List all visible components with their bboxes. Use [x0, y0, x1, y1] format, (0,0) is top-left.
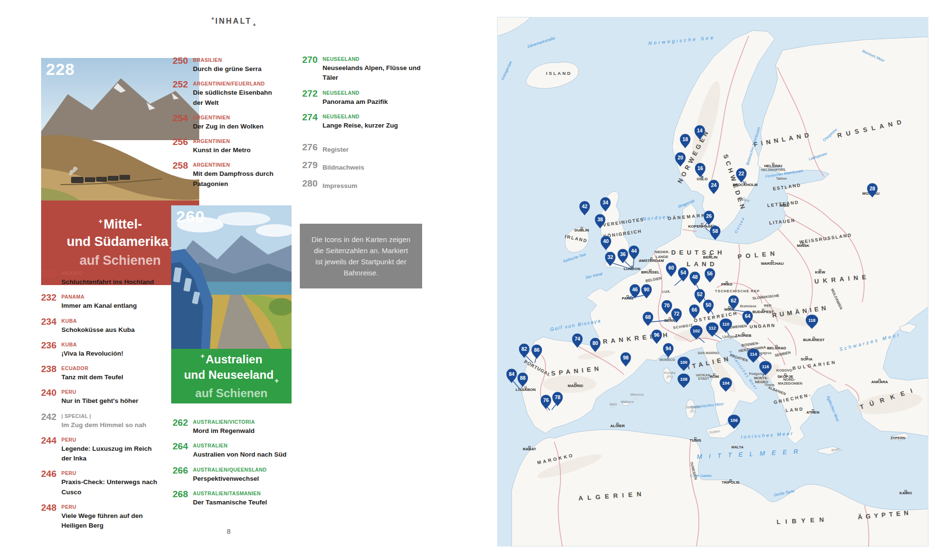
toc-entry-title: Praxis-Check: Unterwegs nachCusco [61, 477, 157, 497]
city-label: MADRID [568, 384, 583, 388]
toc-entry-number: 272 [302, 88, 323, 107]
toc-entry: 238ECUADORTanz mit dem Teufel [41, 364, 168, 382]
city-label: RIGA [779, 203, 789, 208]
map-pin-number: 68 [645, 314, 651, 320]
toc-entry-number: 248 [41, 503, 61, 531]
section-box-line: Australien [200, 353, 262, 366]
toc-entry-category: ARGENTINIEN [193, 115, 264, 120]
toc-entry-title: Der Tasmanische Teufel [193, 498, 267, 507]
toc-entry: 244PERULegende: Luxuszug im Reichder Ink… [41, 435, 168, 464]
toc-column-newzealand: 270NEUSEELANDNeuseelands Alpen, Flüsse u… [302, 55, 429, 196]
city-label: ZAGREB [735, 333, 751, 338]
toc-entry-category: ARGENTINIEN [193, 138, 250, 144]
toc-entry: 276Register [302, 142, 429, 155]
island-label: MALTA [731, 445, 744, 449]
toc-entry-category: PANAMA [61, 294, 137, 300]
toc-entry-number: 252 [173, 79, 193, 108]
toc-entry: 232PANAMAImmer am Kanal entlang [41, 292, 168, 311]
toc-entry-category: ARGENTINIEN/FEUERLAND [193, 81, 272, 86]
city-label: HELSINGFORS [761, 168, 786, 172]
toc-entry-number: 234 [41, 316, 61, 335]
map-pin-number: 52 [697, 291, 703, 297]
map-legend-box: Die Icons in den Karten zeigen die Seite… [300, 224, 422, 288]
toc-entry-number: 270 [302, 55, 323, 83]
island-label: (Fr.) [667, 375, 673, 379]
toc-entry-title: Register [323, 144, 349, 155]
section-box-line: Mittel- [98, 217, 142, 231]
toc-entry-body: Register [323, 142, 349, 155]
city-label: KAIRO [899, 491, 912, 495]
toc-entry-number: 242 [41, 412, 61, 430]
map-pin-number: 36 [620, 251, 626, 257]
toc-entry-number: 266 [173, 465, 193, 484]
toc-entry-number: 250 [173, 56, 193, 74]
map-pin-number: 66 [691, 307, 697, 313]
map-pin-number: 40 [603, 238, 609, 244]
city-label: RABAT [523, 447, 536, 451]
island-label: Ibiza [610, 402, 617, 406]
map-pin-number: 14 [697, 128, 703, 133]
island-label: Korsika [664, 371, 675, 374]
toc-entry-number: 258 [173, 160, 193, 189]
island-label: ZYPERN [891, 436, 905, 440]
city-label: SAN MARINO [697, 351, 720, 355]
toc-entry-number: 274 [302, 112, 323, 130]
toc-entry-body: MEXIKOSchluchtenfahrt ins Hochland [61, 269, 154, 287]
map-pin-number: 104 [722, 381, 729, 386]
map-pin-number: 90 [644, 287, 649, 292]
photo-page-number: 228 [46, 60, 75, 79]
toc-entry-title: Durch die grüne Serra [193, 64, 262, 74]
map-pin-number: 112 [709, 326, 716, 330]
map-pin-number: 22 [738, 171, 744, 176]
photo-oceania: 260 [171, 205, 292, 349]
city-label: BRÜSSEL [641, 270, 660, 274]
city-label: Tallinn [776, 177, 787, 180]
toc-entry-title: Die südlichste Eisenbahnder Welt [193, 88, 272, 108]
map-pin-number: 96 [654, 332, 660, 338]
toc-entry-body: KUBASchokoküsse aus Kuba [61, 316, 135, 335]
map-pin-number: 94 [665, 345, 671, 351]
toc-entry-title: Schluchtenfahrt ins Hochland [61, 277, 154, 287]
country-label: TSCHECHISCHE REP. [715, 289, 761, 293]
map-pin-number: 106 [730, 418, 737, 423]
toc-entry-body: PERUNur in Tibet geht's höher [61, 388, 138, 406]
map-pin-number: 26 [706, 213, 712, 219]
map-pin-number: 114 [750, 352, 757, 357]
map-pin-number: 46 [632, 287, 638, 292]
toc-entry-body: AUSTRALIEN/VICTORIAMord im Regenwald [193, 417, 255, 436]
city-label: AMSTERDAM [639, 258, 664, 263]
toc-entry-body: Impressum [323, 178, 357, 191]
map-pin-number: 80 [592, 340, 598, 346]
map-pin-number: 18 [682, 136, 688, 142]
toc-entry: 254ARGENTINIENDer Zug in den Wolken [173, 113, 299, 131]
city-label: ATHEN [807, 410, 820, 415]
city-label: VATIKAN- [696, 373, 712, 377]
toc-entry-number: 254 [173, 113, 193, 131]
toc-entry-category: ECUADOR [61, 365, 123, 371]
toc-entry-title: Panorama am Pazifik [323, 97, 388, 107]
map-pin-number: 102 [692, 329, 700, 333]
map-pin-number: 64 [745, 313, 750, 319]
toc-entry-number: 279 [302, 160, 323, 172]
toc-entry: 268AUSTRALIEN/TASMANIENDer Tasmanische T… [173, 489, 303, 507]
toc-entry-body: Bildnachweis [323, 160, 364, 172]
toc-entry-category: NEUSEELAND [323, 90, 388, 96]
toc-entry-title: Viele Wege führen auf denHeiligen Berg [61, 511, 143, 531]
toc-entry-title: Lange Reise, kurzer Zug [323, 121, 398, 130]
toc-entry-title: Immer am Kanal entlang [61, 301, 137, 311]
toc-entry-category: MEXIKO [61, 270, 154, 276]
toc-entry-title: Kunst in der Metro [193, 145, 250, 155]
map-pin-number: 58 [712, 228, 718, 234]
toc-entry: 236KUBA¡Viva la Revolución! [41, 340, 168, 359]
toc-entry-body: NEUSEELANDPanorama am Pazifik [323, 88, 388, 107]
toc-entry-title: Mord im Regenwald [193, 426, 255, 436]
page-title: INHALT [192, 15, 275, 28]
toc-entry: 230MEXIKOSchluchtenfahrt ins Hochland [41, 269, 168, 287]
map-pin-number: 56 [707, 271, 713, 276]
city-label: BERLIN [703, 255, 718, 259]
toc-column-americas: 230MEXIKOSchluchtenfahrt ins Hochland232… [41, 269, 168, 536]
city-label: DUBLIN [574, 228, 589, 232]
toc-entry-number: 256 [173, 137, 193, 155]
toc-entry-body: PERUViele Wege führen auf denHeiligen Be… [61, 503, 143, 531]
toc-entry-body: | SPECIAL |Im Zug dem Himmel so nah [61, 412, 147, 430]
